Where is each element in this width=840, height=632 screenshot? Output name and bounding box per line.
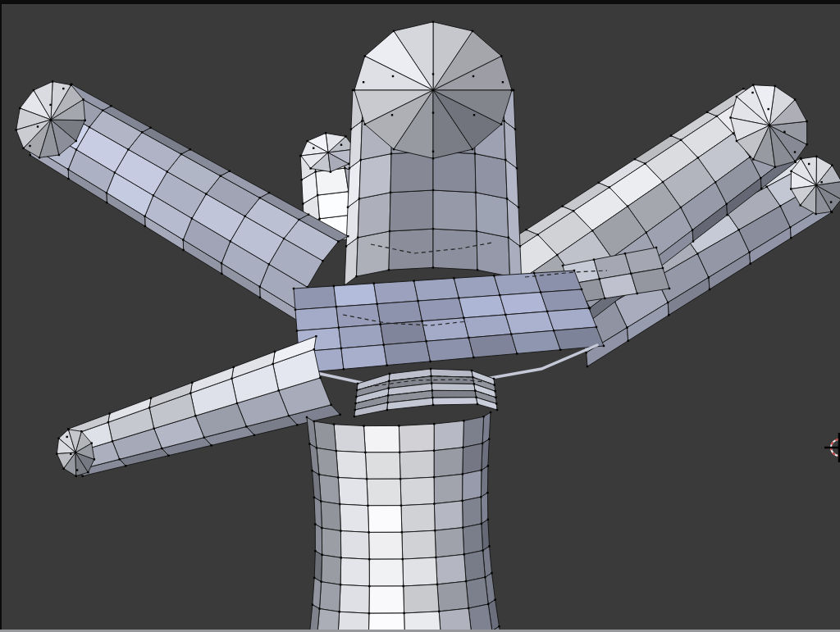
3d-viewport-editor[interactable] — [0, 0, 840, 632]
blender-window — [0, 0, 840, 632]
